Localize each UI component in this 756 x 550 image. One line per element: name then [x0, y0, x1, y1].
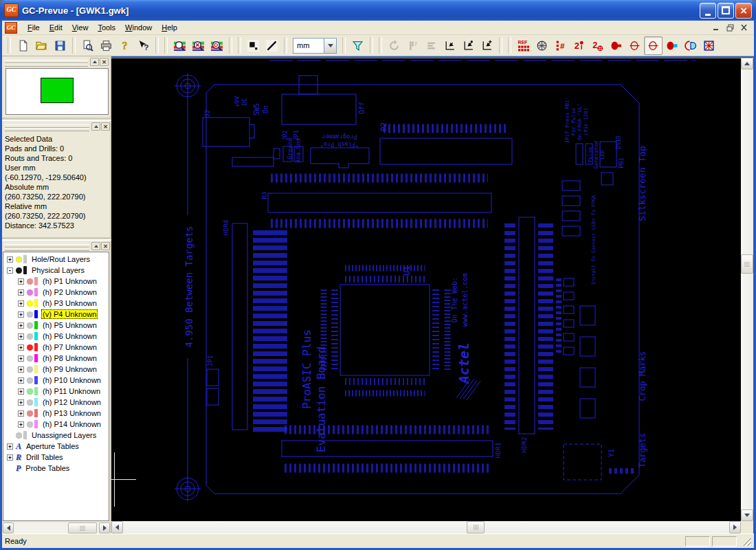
rotate-button[interactable]: [385, 36, 403, 55]
pane-collapse-button[interactable]: [91, 242, 100, 250]
layer-tree-row[interactable]: P Probe Tables: [3, 463, 109, 474]
dcode-query-button[interactable]: [681, 36, 700, 55]
horizontal-scrollbar[interactable]: [111, 521, 741, 534]
layer-tree-row[interactable]: + (h) P12 Unknown: [3, 397, 109, 408]
tree-expand-toggle[interactable]: +: [18, 366, 24, 373]
layer-tree-row[interactable]: + (h) P8 Unknown: [3, 353, 109, 364]
layer-tree-row[interactable]: + (h) P3 Unknown: [3, 298, 109, 309]
save-button[interactable]: [51, 36, 69, 55]
layer-tree-row[interactable]: + (h) P10 Unknown: [3, 375, 109, 386]
info-pane-grip[interactable]: ×: [3, 122, 110, 131]
layer-tree-row[interactable]: - Physical Layers: [3, 265, 109, 276]
layer-tree-row[interactable]: Unassigned Layers: [3, 430, 109, 441]
layer-label[interactable]: (h) P7 Unknown: [41, 343, 98, 351]
layer-tree-row[interactable]: + (h) P6 Unknown: [3, 331, 109, 342]
layer-label[interactable]: (h) P5 Unknown: [41, 321, 98, 329]
two-circle-button[interactable]: 2: [588, 36, 607, 55]
pad-button[interactable]: [244, 36, 263, 55]
pad-fill-button[interactable]: [663, 36, 681, 55]
pad-query-button[interactable]: [607, 36, 625, 55]
pane-close-button[interactable]: ×: [101, 242, 110, 250]
menu-item[interactable]: Window: [120, 22, 157, 33]
open-button[interactable]: [32, 36, 51, 55]
resize-button[interactable]: [403, 36, 422, 55]
menu-item[interactable]: Help: [157, 22, 182, 33]
tree-expand-toggle[interactable]: +: [7, 454, 13, 461]
document-icon[interactable]: GC: [5, 22, 17, 34]
mdi-minimize-button[interactable]: [711, 23, 722, 33]
minimize-button[interactable]: [700, 3, 716, 19]
layer-label[interactable]: (h) P12 Unknown: [41, 398, 102, 406]
scroll-up-button[interactable]: [741, 58, 753, 69]
mdi-close-button[interactable]: [738, 23, 750, 33]
measure-button[interactable]: [644, 36, 663, 55]
units-combo[interactable]: mm: [293, 38, 337, 54]
overview-pane[interactable]: [5, 68, 109, 115]
tree-expand-toggle[interactable]: +: [7, 443, 13, 450]
layer-tree-row[interactable]: + R Drill Tables: [3, 452, 109, 463]
pad-number-button[interactable]: #: [551, 36, 570, 55]
tree-expand-toggle[interactable]: +: [18, 344, 24, 351]
layer-label[interactable]: (h) P10 Unknown: [41, 376, 102, 384]
pane-close-button[interactable]: ×: [100, 58, 109, 66]
layer-label[interactable]: (h) P8 Unknown: [41, 354, 98, 362]
pane-close-button[interactable]: ×: [101, 122, 110, 131]
circle-query-button[interactable]: [625, 36, 644, 55]
layer-tree-row[interactable]: + (h) P11 Unknown: [3, 386, 109, 397]
tree-expand-toggle[interactable]: +: [18, 311, 24, 318]
layer-label[interactable]: (h) P6 Unknown: [41, 332, 98, 340]
menu-item[interactable]: Edit: [45, 22, 67, 33]
scroll-thumb[interactable]: [68, 522, 97, 534]
tree-expand-toggle[interactable]: +: [18, 399, 24, 406]
tree-expand-toggle[interactable]: +: [18, 377, 24, 384]
layer-tree-row[interactable]: + (h) P14 Unknown: [3, 419, 109, 430]
tree-expand-toggle[interactable]: +: [18, 333, 24, 340]
vertical-scrollbar[interactable]: [741, 58, 753, 521]
tree-expand-toggle[interactable]: -: [7, 267, 13, 274]
ref-grid-button[interactable]: REF: [514, 36, 533, 55]
layer-label[interactable]: (h) P14 Unknown: [41, 420, 102, 428]
zoom-in-button[interactable]: [170, 36, 189, 55]
tree-expand-toggle[interactable]: +: [18, 322, 24, 329]
layer-tree-row[interactable]: + (v) P4 Unknown: [3, 309, 109, 320]
layer-label[interactable]: Drill Tables: [25, 453, 65, 461]
scroll-left-button[interactable]: [111, 521, 123, 534]
net-query-button[interactable]: [700, 36, 718, 55]
print-preview-button[interactable]: [78, 36, 97, 55]
zoom-prev-button[interactable]: D: [208, 36, 226, 55]
print-button[interactable]: [97, 36, 115, 55]
layer-label[interactable]: (h) P1 Unknown: [41, 277, 98, 285]
tree-hscrollbar[interactable]: [3, 522, 110, 534]
overview-pane-grip[interactable]: ×: [3, 58, 109, 67]
tree-expand-toggle[interactable]: +: [18, 289, 24, 296]
scroll-right-button[interactable]: [99, 522, 110, 534]
tree-expand-toggle[interactable]: +: [18, 410, 24, 417]
maximize-button[interactable]: [718, 3, 734, 19]
origin-user-button[interactable]: [441, 36, 459, 55]
scroll-thumb[interactable]: [467, 521, 485, 534]
tree-expand-toggle[interactable]: +: [18, 300, 24, 307]
layer-tree-row[interactable]: + (h) P7 Unknown: [3, 342, 109, 353]
context-help-button[interactable]: ?: [134, 36, 153, 55]
layer-label[interactable]: (h) P3 Unknown: [41, 299, 98, 307]
units-dropdown-button[interactable]: [324, 38, 336, 53]
zoom-window-button[interactable]: [189, 36, 208, 55]
scroll-thumb[interactable]: [741, 254, 753, 274]
scroll-down-button[interactable]: [741, 509, 753, 521]
pane-collapse-button[interactable]: [91, 122, 100, 131]
menu-item[interactable]: View: [67, 22, 93, 33]
layer-tree-row[interactable]: + (h) P13 Unknown: [3, 408, 109, 419]
overview-view-rect[interactable]: [41, 78, 74, 103]
layer-label[interactable]: Hole/Rout Layers: [30, 255, 91, 263]
tree-expand-toggle[interactable]: +: [7, 256, 13, 263]
layer-tree-row[interactable]: + A Aperture Tables: [3, 441, 109, 452]
origin-relative-button[interactable]: [478, 36, 496, 55]
resize-grip[interactable]: [742, 536, 751, 546]
two-point-button[interactable]: 2: [570, 36, 588, 55]
flip-button[interactable]: [422, 36, 441, 55]
scroll-left-button[interactable]: [3, 522, 14, 534]
layer-label[interactable]: (h) P13 Unknown: [41, 409, 102, 417]
layer-label[interactable]: Probe Tables: [24, 464, 71, 472]
layer-tree-row[interactable]: + (h) P9 Unknown: [3, 364, 109, 375]
new-button[interactable]: [14, 36, 32, 55]
